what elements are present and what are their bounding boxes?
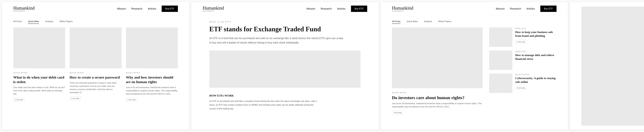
nav-articles[interactable]: Articles (148, 7, 156, 10)
article-title: How to create a secure password (70, 75, 122, 80)
sidebar-article[interactable]: QUICK BITES Cybersecurity: A guide to st… (489, 74, 556, 93)
nav-research[interactable]: Research (321, 7, 332, 10)
sidebar-article[interactable]: ANALYSIS How to keep your business safe … (489, 27, 556, 47)
article-title: How to keep your business safe from frau… (515, 30, 556, 38)
wireframe-benefits: Lower Risk Unlike owning a single stock,… (570, 2, 644, 130)
primary-nav: Mission Research Articles Buy ETF (496, 6, 556, 12)
read-time-pill: 5 min read (70, 97, 81, 100)
article-lede: An ETF is a fund that can be purchased a… (209, 36, 343, 45)
buy-etf-button[interactable]: Buy ETF (162, 6, 178, 12)
category-filter: All Posts Quick Bites Analysis White Pap… (2, 16, 189, 27)
category-filter: All Posts Quick Bites Analysis White Pap… (380, 16, 568, 27)
article-card[interactable]: QUICK BITES What to do when your debit c… (13, 27, 65, 102)
nav-mission[interactable]: Mission (496, 7, 505, 10)
nav-articles[interactable]: Articles (526, 7, 535, 10)
article-thumbnail (13, 27, 65, 68)
filter-analysis[interactable]: Analysis (424, 20, 432, 24)
article-card[interactable]: QUICK BITES How to create a secure passw… (70, 27, 122, 102)
article-grid: QUICK BITES What to do when your debit c… (2, 27, 189, 102)
wireframe-blog-index: Humankind INVESTMENTS Mission Research A… (2, 2, 189, 130)
nav-mission[interactable]: Mission (306, 7, 315, 10)
nav-research[interactable]: Research (132, 7, 142, 10)
filter-white[interactable]: White Papers (438, 20, 451, 24)
buy-etf-button[interactable]: Buy ETF (351, 6, 367, 12)
filter-quick[interactable]: Quick Bites (406, 20, 418, 24)
featured-article[interactable]: QUICK BITES Do investors care about huma… (392, 27, 483, 114)
site-header: Humankind INVESTMENTS Mission Research A… (2, 2, 189, 16)
filter-analysis[interactable]: Analysis (45, 20, 53, 24)
sidebar-article[interactable]: ANALYSIS How to manage debt and relieve … (489, 50, 556, 70)
article-title: Cybersecurity: A guide to staying safe o… (515, 76, 556, 84)
buy-etf-button[interactable]: Buy ETF (540, 6, 556, 12)
sidebar-article-list: ANALYSIS How to keep your business safe … (489, 27, 556, 114)
article-title: What to do when your debit card is stole… (13, 75, 65, 84)
article-category: ANALYSIS (515, 50, 556, 52)
article-headline: ETF stands for Exchange Traded Fund (209, 25, 360, 33)
article-subhead: HOW ETFs WORK (209, 94, 360, 97)
read-time-pill: 5 min read (515, 40, 526, 44)
nav-research[interactable]: Research (510, 7, 521, 10)
article-thumbnail (489, 27, 512, 47)
article-category: QUICK BITES (70, 72, 122, 74)
article-eyebrow: WHAT IS AN ETF? (209, 21, 360, 23)
filter-all[interactable]: All Posts (13, 20, 22, 24)
primary-nav: Mission Research Articles Buy ETF (117, 6, 178, 12)
wireframe-blog-feature: Humankind INVESTMENTS Mission Research A… (380, 2, 568, 130)
article-excerpt: Just as for all businesses, institutiona… (126, 86, 178, 96)
article-title: How to manage debt and relieve financial… (515, 53, 556, 61)
nav-mission[interactable]: Mission (117, 7, 126, 10)
article-title: Why and how investors should act on huma… (126, 75, 178, 84)
nav-articles[interactable]: Articles (337, 7, 346, 10)
read-time-pill: 5 min read (392, 111, 403, 114)
read-time-pill: 5 min read (126, 98, 137, 102)
site-header: Humankind INVESTMENTS Mission Research A… (380, 2, 568, 16)
article-category: QUICK BITES (515, 74, 556, 76)
logo[interactable]: Humankind INVESTMENTS (13, 5, 34, 12)
article-paragraph: An ETF is purchased and sold like a comp… (209, 99, 320, 111)
read-time-pill: 5 min read (13, 98, 24, 102)
filter-all[interactable]: All Posts (392, 20, 400, 24)
article-category: QUICK BITES (126, 72, 178, 74)
article-thumbnail (489, 50, 512, 70)
read-time-pill: 5 min read (515, 86, 526, 90)
site-header: Humankind INVESTMENTS Mission Research A… (191, 2, 378, 16)
article-category: QUICK BITES (392, 92, 483, 94)
benefit-image (581, 7, 644, 126)
article-title: Do investors care about human rights? (392, 95, 483, 100)
article-card[interactable]: QUICK BITES Why and how investors should… (126, 27, 178, 102)
logo[interactable]: Humankind INVESTMENTS (392, 5, 413, 12)
logo[interactable]: Humankind INVESTMENTS (202, 5, 224, 12)
article-excerpt: Your debit card has been stolen or lost.… (13, 86, 65, 96)
wireframe-article: Humankind INVESTMENTS Mission Research A… (191, 2, 379, 130)
article-category: QUICK BITES (13, 72, 65, 74)
article-category: ANALYSIS (515, 27, 556, 30)
filter-quick[interactable]: Quick Bites (28, 20, 39, 24)
filter-white[interactable]: White Papers (60, 20, 73, 24)
featured-image (392, 27, 483, 88)
article-thumbnail (126, 27, 178, 68)
article-excerpt: Just as for all businesses, institutiona… (392, 102, 483, 108)
primary-nav: Mission Research Articles Buy ETF (306, 6, 367, 12)
article-thumbnail (489, 74, 512, 93)
article-hero-image (209, 50, 360, 88)
article-thumbnail (70, 27, 122, 68)
article-excerpt: There are essential questions to keep in… (70, 81, 122, 94)
article-body: WHAT IS AN ETF? ETF stands for Exchange … (191, 16, 378, 111)
